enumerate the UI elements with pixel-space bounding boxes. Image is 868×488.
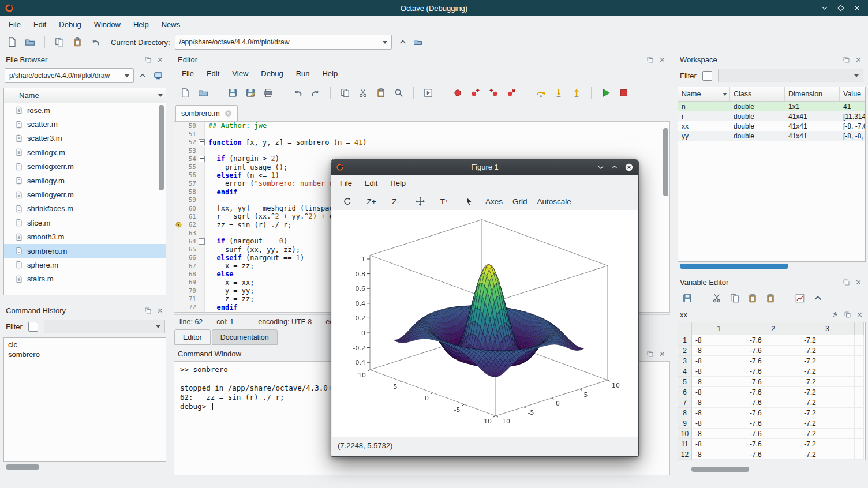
figure-menu-help[interactable]: Help: [384, 177, 412, 190]
code-line[interactable]: 51: [174, 130, 669, 138]
undock-icon[interactable]: [843, 56, 850, 63]
grid-cell[interactable]: -7.6: [746, 449, 800, 460]
row-header[interactable]: 8: [678, 408, 692, 418]
tab-documentation[interactable]: Documentation: [212, 329, 278, 345]
variable-editor-header[interactable]: Variable Editor: [675, 276, 867, 288]
column-header[interactable]: 3: [800, 322, 855, 335]
close-button[interactable]: [853, 4, 861, 12]
command-history-header[interactable]: Command History: [1, 304, 169, 317]
fold-marker[interactable]: [199, 156, 205, 162]
file-item[interactable]: semilogyerr.m: [4, 187, 166, 201]
file-item[interactable]: scatter.m: [4, 117, 166, 131]
editor-menu-help[interactable]: Help: [316, 67, 344, 80]
step-in-button[interactable]: [551, 85, 566, 100]
rotate-button[interactable]: [336, 194, 358, 209]
editor-menu-debug[interactable]: Debug: [255, 67, 289, 80]
workspace-row[interactable]: xxdouble41x41[-8, -7.6: [678, 121, 865, 131]
workspace-column-header[interactable]: Dimension: [785, 87, 840, 101]
grid-cell[interactable]: -8: [692, 377, 746, 387]
command-history-scrollbar[interactable]: [6, 464, 39, 470]
step-out-button[interactable]: [569, 85, 584, 100]
grid-button[interactable]: Grid: [508, 194, 532, 209]
grid-cell[interactable]: -7.6: [746, 387, 800, 397]
window-titlebar[interactable]: Octave (Debugging): [0, 0, 868, 16]
grid-cell[interactable]: -7.2: [800, 439, 855, 449]
close-icon[interactable]: [659, 56, 666, 63]
file-browser-column-header[interactable]: Name: [4, 88, 166, 103]
paste-button[interactable]: [373, 85, 388, 100]
file-item[interactable]: slice.m: [4, 216, 166, 230]
editor-menu-view[interactable]: View: [226, 67, 255, 80]
workspace-row[interactable]: rdouble41x41[11.314: [678, 111, 865, 121]
grid-cell[interactable]: -7.2: [800, 418, 855, 429]
pin-icon[interactable]: [832, 311, 839, 318]
row-header[interactable]: 11: [678, 439, 692, 449]
file-browser-header[interactable]: File Browser: [1, 53, 169, 66]
row-header[interactable]: 3: [678, 356, 692, 366]
tab-editor[interactable]: Editor: [174, 329, 211, 345]
file-browser-path-combo[interactable]: p/share/octave/4.4.0/m/plot/draw: [5, 68, 134, 83]
browse-directory-button[interactable]: [410, 35, 425, 50]
workspace-scrollbar[interactable]: [680, 264, 788, 269]
grid-cell[interactable]: -8: [692, 449, 746, 460]
minimize-button[interactable]: [821, 4, 829, 12]
cut-button[interactable]: [709, 291, 724, 306]
figure-menu-file[interactable]: File: [334, 177, 358, 190]
file-item[interactable]: sphere.m: [4, 258, 166, 272]
paste-button[interactable]: [745, 291, 760, 306]
close-button[interactable]: [624, 163, 634, 172]
grid-cell[interactable]: -8: [692, 366, 746, 377]
grid-cell[interactable]: -7.6: [746, 366, 800, 377]
row-header[interactable]: 6: [678, 387, 692, 397]
file-item[interactable]: smooth3.m: [4, 230, 166, 244]
file-item[interactable]: semilogx.m: [4, 145, 166, 159]
workspace-row[interactable]: yydouble41x41[-8, -8,: [678, 131, 865, 141]
grid-cell[interactable]: -8: [692, 429, 746, 439]
grid-cell[interactable]: -7.2: [800, 408, 855, 418]
zoom-out-button[interactable]: Z-: [384, 194, 407, 209]
new-script-button[interactable]: [5, 35, 20, 50]
main-menu-window[interactable]: Window: [88, 18, 127, 31]
previous-breakpoint-button[interactable]: [486, 85, 501, 100]
grid-cell[interactable]: -7.6: [746, 346, 800, 356]
print-button[interactable]: [261, 85, 276, 100]
file-browser-up-button[interactable]: [136, 69, 149, 82]
open-button[interactable]: [23, 35, 38, 50]
code-line[interactable]: 50## Author: jwe: [174, 122, 669, 130]
grid-cell[interactable]: -7.6: [746, 408, 800, 418]
continue-button[interactable]: [598, 85, 613, 100]
fold-marker[interactable]: [199, 139, 205, 145]
new-script-button[interactable]: [178, 85, 193, 100]
row-header[interactable]: 2: [678, 346, 692, 356]
grid-cell[interactable]: -7.2: [800, 397, 855, 408]
directory-up-button[interactable]: [395, 35, 410, 50]
save-as-button[interactable]: [243, 85, 258, 100]
editor-header[interactable]: Editor: [173, 53, 671, 66]
grid-cell[interactable]: -7.6: [746, 377, 800, 387]
cut-button[interactable]: [356, 85, 371, 100]
row-header[interactable]: 9: [678, 418, 692, 429]
main-menu-news[interactable]: News: [155, 18, 187, 31]
file-item[interactable]: sombrero.m: [4, 244, 166, 258]
undock-icon[interactable]: [144, 56, 152, 63]
workspace-column-header[interactable]: Class: [730, 87, 785, 101]
grid-cell[interactable]: -7.2: [800, 346, 855, 356]
stop-button[interactable]: [616, 85, 631, 100]
minimize-button[interactable]: [597, 163, 605, 171]
next-breakpoint-button[interactable]: [468, 85, 483, 100]
file-item[interactable]: stairs.m: [4, 272, 166, 286]
autoscale-button[interactable]: Autoscale: [533, 194, 575, 209]
grid-cell[interactable]: -7.2: [800, 387, 855, 397]
grid-cell[interactable]: -7.2: [800, 335, 855, 346]
row-header[interactable]: 10: [678, 429, 692, 439]
run-file-button[interactable]: [421, 85, 436, 100]
code-line[interactable]: 53: [174, 147, 669, 155]
grid-cell[interactable]: -8: [692, 439, 746, 449]
file-item[interactable]: semilogxerr.m: [4, 160, 166, 174]
chevron-up-button[interactable]: [810, 291, 825, 306]
zoom-in-button[interactable]: Z+: [360, 194, 383, 209]
maximize-button[interactable]: [837, 4, 845, 12]
undock-icon[interactable]: [843, 279, 850, 286]
workspace-filter-combo[interactable]: [718, 69, 863, 82]
file-item[interactable]: shrinkfaces.m: [4, 202, 166, 216]
